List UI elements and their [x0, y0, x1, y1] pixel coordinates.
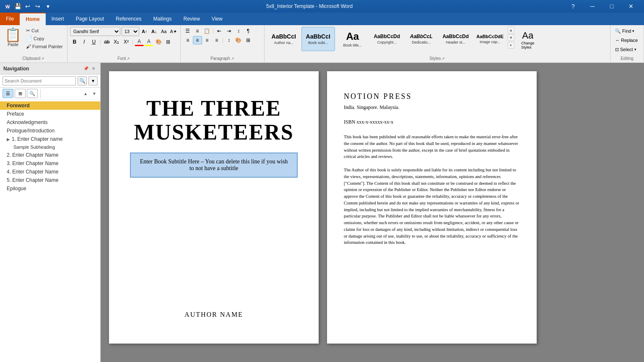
nav-item-sample-sub[interactable]: Sample Subheading — [0, 143, 100, 151]
close-btn[interactable]: ✕ — [621, 0, 641, 13]
nav-item-epilogue[interactable]: Epilogue — [0, 184, 100, 193]
tab-review[interactable]: Review — [177, 13, 205, 25]
increase-indent-btn[interactable]: ⇥ — [224, 27, 234, 35]
underline-btn[interactable]: U — [89, 38, 99, 46]
nav-scroll-down-btn[interactable]: ▼ — [91, 90, 98, 97]
font-content: Gandhi Serif 13 A↑ A↓ Aa A✦ B I U | ab X… — [70, 27, 178, 56]
increase-font-btn[interactable]: A↑ — [140, 27, 149, 36]
para-expand-icon[interactable]: ↗ — [231, 57, 234, 61]
style-book-title-preview: Aa — [346, 31, 359, 42]
undo-quick-btn[interactable]: ↩ — [23, 2, 32, 10]
nav-pin-btn[interactable]: 📌 — [83, 65, 89, 72]
font-size-select[interactable]: 13 — [122, 27, 139, 36]
copy-label: Copy — [34, 36, 44, 41]
styles-scroll: ▲ ▼ ▾ — [508, 27, 514, 49]
search-dropdown-btn[interactable]: ▾ — [88, 76, 98, 85]
style-dedication[interactable]: AaBbCcL Dedicatio... — [405, 27, 438, 51]
find-chevron[interactable]: ▾ — [632, 29, 634, 33]
bold-btn[interactable]: B — [70, 38, 79, 46]
tab-mailings[interactable]: Mailings — [147, 13, 177, 25]
highlight-btn[interactable]: A — [144, 38, 153, 46]
subscript-btn[interactable]: X₂ — [112, 38, 121, 46]
minimize-btn[interactable]: ─ — [583, 0, 602, 13]
nav-item-ch1[interactable]: ▶ 1. Enter Chapter name — [0, 135, 100, 143]
align-center-btn[interactable]: ≡ — [193, 36, 202, 44]
clipboard-expand-icon[interactable]: ↗ — [41, 57, 44, 61]
document-area[interactable]: THE THREE MUSKETEERS Enter Book Subtitle… — [101, 63, 644, 362]
bullets-btn[interactable]: ☰ — [183, 27, 192, 35]
italic-btn[interactable]: I — [80, 38, 89, 46]
font-expand-icon[interactable]: ↗ — [127, 57, 130, 61]
select-button[interactable]: ⊡ Select ▾ — [613, 45, 639, 54]
tab-file[interactable]: File — [0, 13, 20, 25]
nav-item-prologue[interactable]: Prologue/Introduction — [0, 127, 100, 135]
nav-item-ch4[interactable]: 4. Enter Chapter Name — [0, 168, 100, 176]
align-right-btn[interactable]: ≡ — [203, 36, 212, 44]
style-book-subt[interactable]: AaBbCcI Book subt... — [301, 27, 335, 51]
decrease-indent-btn[interactable]: ⇤ — [215, 27, 224, 35]
text-effects-btn[interactable]: A✦ — [169, 27, 178, 36]
redo-quick-btn[interactable]: ↪ — [34, 2, 42, 10]
format-painter-button[interactable]: 🖌 Format Painter — [24, 43, 65, 50]
font-name-select[interactable]: Gandhi Serif — [70, 27, 120, 36]
multilevel-btn[interactable]: 📋 — [203, 27, 212, 35]
search-button[interactable]: 🔍 — [78, 76, 87, 85]
style-author-na[interactable]: AaBbCcI Author na... — [267, 27, 301, 51]
nav-item-foreword[interactable]: Foreword — [0, 101, 100, 110]
tab-page-layout[interactable]: Page Layout — [70, 13, 110, 25]
styles-expand-icon[interactable]: ↗ — [441, 57, 445, 61]
clear-format-btn[interactable]: Aa — [160, 27, 168, 36]
tab-insert[interactable]: Insert — [46, 13, 70, 25]
align-left-btn[interactable]: ≡ — [183, 36, 192, 44]
nav-item-ch3[interactable]: 3. Enter Chapter Name — [0, 159, 100, 168]
style-header-st[interactable]: AaBbCcDd Header st... — [439, 27, 473, 51]
decrease-font-btn[interactable]: A↓ — [150, 27, 158, 36]
line-spacing-btn[interactable]: ↕ — [224, 36, 234, 44]
nav-close-btn[interactable]: ✕ — [90, 65, 97, 72]
replace-button[interactable]: ↔ Replace — [613, 36, 640, 44]
style-author-preview: AaBbCcI — [272, 33, 296, 40]
help-btn[interactable]: ? — [564, 0, 583, 13]
borders-btn[interactable]: ⊞ — [164, 38, 173, 46]
borders-para-btn[interactable]: ⊞ — [244, 36, 253, 44]
customize-quick-btn[interactable]: ▾ — [44, 2, 52, 10]
nav-item-ch5[interactable]: 5. Enter Chapter Name — [0, 176, 100, 184]
select-chevron[interactable]: ▾ — [634, 47, 636, 52]
superscript-btn[interactable]: X² — [122, 38, 131, 46]
change-styles-button[interactable]: Aa ChangeStyles — [515, 27, 540, 53]
show-marks-btn[interactable]: ¶ — [244, 27, 253, 35]
style-copyright[interactable]: AaBbCcDd Copyright... — [370, 27, 404, 51]
subtitle-textbox[interactable]: Enter Book Subtitle Here – You can delet… — [130, 153, 298, 178]
find-button[interactable]: 🔍 Find ▾ — [613, 27, 636, 35]
paste-button[interactable]: 📋 Paste — [3, 27, 23, 53]
style-book-title[interactable]: Aa Book title... — [336, 27, 369, 51]
shading-btn[interactable]: 🎨 — [154, 38, 163, 46]
tab-home[interactable]: Home — [20, 13, 45, 25]
search-input[interactable] — [3, 76, 76, 85]
ribbon: 📋 Paste ✂ Cut 📄 Copy 🖌 Format Painter — [0, 25, 644, 63]
styles-expand[interactable]: ▾ — [508, 42, 514, 49]
nav-item-ch2[interactable]: 2. Enter Chapter Name — [0, 151, 100, 159]
justify-btn[interactable]: ≡ — [212, 36, 221, 44]
maximize-btn[interactable]: □ — [602, 0, 621, 13]
cut-button[interactable]: ✂ Cut — [24, 27, 65, 34]
shading-para-btn[interactable]: 🎨 — [234, 36, 243, 44]
nav-item-acknowledgments[interactable]: Acknowledgments — [0, 118, 100, 127]
styles-scroll-up[interactable]: ▲ — [508, 27, 514, 34]
numbering-btn[interactable]: ≡ — [193, 27, 202, 35]
nav-scroll-up-btn[interactable]: ▲ — [82, 90, 89, 97]
nav-headings-view-btn[interactable]: ☰ — [3, 89, 13, 98]
text-color-btn[interactable]: A — [135, 38, 144, 46]
nav-item-preface[interactable]: Preface — [0, 110, 100, 118]
copy-button[interactable]: 📄 Copy — [24, 35, 65, 42]
style-image-cap[interactable]: AaBbCcDdE Image cap... — [473, 27, 507, 51]
styles-scroll-down[interactable]: ▼ — [508, 34, 514, 41]
nav-pages-view-btn[interactable]: ⊞ — [15, 89, 26, 98]
nav-results-view-btn[interactable]: 🔍 — [27, 89, 38, 98]
legal-text-1: This book has been published with all re… — [344, 134, 520, 160]
strikethrough-btn[interactable]: ab — [102, 38, 112, 46]
save-quick-btn[interactable]: 💾 — [13, 2, 22, 10]
sort-btn[interactable]: ↕ — [234, 27, 243, 35]
tab-references[interactable]: References — [110, 13, 147, 25]
tab-view[interactable]: View — [206, 13, 229, 25]
